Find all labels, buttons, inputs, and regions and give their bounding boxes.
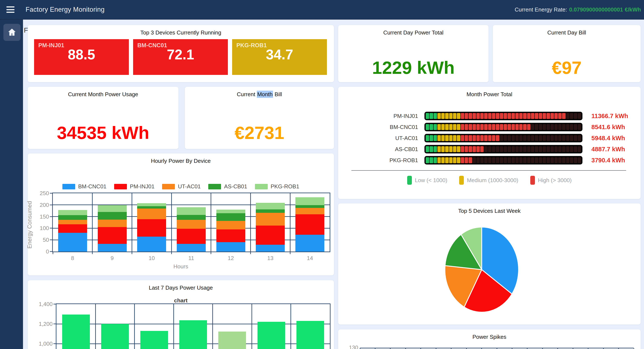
card-month-bill: Current Month Bill €2731 [185,87,334,149]
card-title: Current Month Power Usage [28,91,178,98]
legend-item: PKG-ROB1 [255,183,299,190]
device-label: AS-CB01 [338,146,424,153]
stacked-bar-segment [216,213,245,221]
legend-item: High (> 3000) [530,176,572,185]
device-total-value: 11366.7 kWh [592,113,628,120]
y-tick-label: 150 [40,213,49,220]
device-tiles: PM-INJ01 88.5 BM-CNC01 72.1 PKG-ROB1 34.… [34,39,327,75]
legend-label: Low (< 1000) [415,177,447,184]
device-label: BM-CNC01 [338,124,424,130]
legend-swatch [208,184,221,189]
hourly-stacked-bar-chart: 891011121314050100150200250 [52,193,330,252]
legend-item: AS-CB01 [208,183,247,190]
legend-item: PM-INJ01 [114,183,154,190]
sidebar-overflow-label: F [24,26,28,34]
stacked-bar-segment [98,205,127,212]
led-bar-row: BM-CNC018541.6 kWh [338,121,640,133]
stacked-bar-segment [177,244,206,252]
stacked-bar-segment [216,221,245,229]
legend-item: BM-CNC01 [62,183,106,190]
top5-pie-chart [439,221,524,319]
x-tick-label: 13 [267,255,274,262]
sidebar-item-home[interactable] [4,24,20,41]
led-bar [424,145,582,153]
energy-rate: Current Energy Rate:0.0790900000000001€/… [515,6,641,13]
stacked-bar-segment [58,224,87,233]
month-bill-value: €2731 [185,123,334,143]
stacked-bar-segment [256,213,285,226]
device-power-value: 72.1 [133,46,228,62]
device-total-value: 8541.6 kWh [592,124,625,131]
selected-text: Month [257,91,273,98]
title-text: Bill [273,91,282,97]
stacked-bar-segment [137,206,166,209]
chart-title: Top 5 Devices Last Week [338,208,640,214]
stacked-bar-segment [177,215,206,220]
x-tick-label: 9 [110,255,114,262]
stacked-bar-segment [58,215,87,220]
card-month-power-usage: Current Month Power Usage 34535 kWh [28,87,178,149]
stacked-bar-segment [98,220,127,227]
stacked-bar-segment [137,219,166,237]
stacked-bar-segment [137,237,166,252]
bar [258,322,285,349]
y-tick-label: 1,200 [39,321,52,327]
led-bar-row: UT-AC015948.4 kWh [338,133,640,144]
led-bar [424,112,582,120]
stacked-bar-segment [177,220,206,229]
led-bar-row: PM-INJ0111366.7 kWh [338,110,640,121]
chart-legend: BM-CNC01PM-INJ01UT-AC01AS-CB01PKG-ROB1 [28,183,334,190]
legend-swatch [255,184,268,189]
month-power-usage-value: 34535 kWh [28,123,178,143]
device-tile: BM-CNC01 72.1 [133,39,228,75]
x-tick-label: 8 [71,255,74,262]
legend-swatch [114,184,127,189]
led-bar-row: AS-CB014887.7 kWh [338,144,640,155]
card-hourly-power: Hourly Power By Device BM-CNC01PM-INJ01U… [28,153,334,275]
stacked-bar-segment [256,203,285,209]
device-tile: PKG-ROB1 34.7 [232,39,327,75]
device-label: PM-INJ01 [338,113,424,119]
legend-swatch [459,176,464,185]
card-power-spikes: Power Spikes 130 [338,330,640,349]
legend-swatch [530,176,535,185]
stacked-bar-segment [98,212,127,220]
app-bar: Factory Energy Monitoring Current Energy… [0,0,644,19]
stacked-bar-segment [256,245,285,252]
x-tick-label: 10 [149,255,155,262]
stacked-bar-segment [58,210,87,215]
y-tick-label: 50 [43,237,49,243]
x-tick-label: 12 [228,255,234,262]
energy-rate-label: Current Energy Rate: [515,6,567,13]
legend-item: UT-AC01 [162,183,200,190]
y-tick-label: 1,400 [39,301,52,308]
stacked-bar-segment [98,227,127,244]
legend-swatch [162,184,175,189]
device-total-value: 5948.4 kWh [592,135,625,142]
card-title: Current Day Bill [493,29,640,36]
device-total-value: 4887.7 kWh [592,146,625,153]
stacked-bar-segment [216,229,245,242]
device-power-value: 88.5 [34,46,129,62]
card-last7-power: Last 7 Days Power Usage chart 1,4001,200… [28,280,334,349]
card-day-power-total: Current Day Power Total 1229 kWh [338,25,488,82]
bar [296,321,324,349]
y-tick-label: 250 [40,190,49,197]
legend-swatch [407,176,412,185]
divider [352,170,626,171]
device-tile: PM-INJ01 88.5 [34,39,129,75]
energy-rate-value: 0.0790900000000001 [569,6,623,13]
y-tick-label: 100 [40,225,49,232]
stacked-bar-segment [177,207,206,215]
y-tick-label: 0 [46,248,49,255]
led-bar [424,134,582,142]
stacked-bar-segment [177,229,206,244]
y-tick-label: 130 [344,344,358,349]
stacked-bar-segment [256,209,285,213]
hamburger-menu-icon[interactable] [6,6,15,13]
led-legend: Low (< 1000)Medium (1000-3000)High (> 30… [338,176,640,185]
x-axis-title: Hours [28,263,334,270]
device-total-value: 3790.4 kWh [592,157,625,164]
bar [179,320,207,349]
spikes-axis-line [360,348,634,348]
